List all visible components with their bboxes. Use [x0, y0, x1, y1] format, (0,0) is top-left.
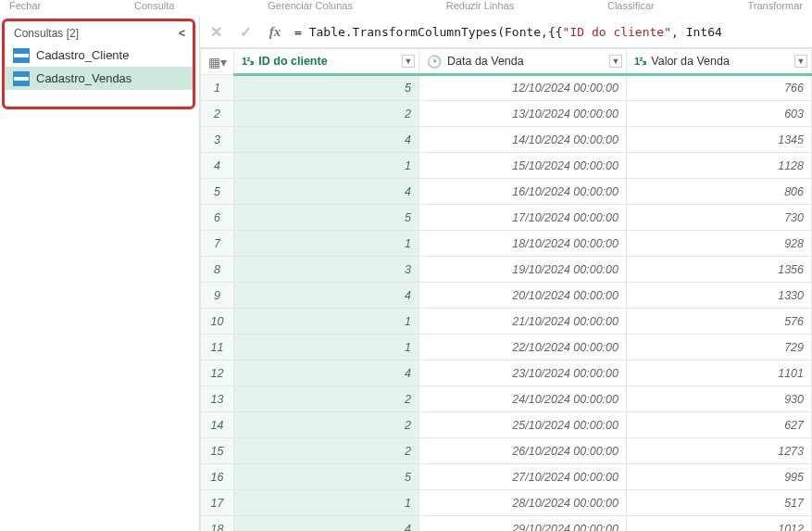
row-number-cell[interactable]: 17 — [201, 490, 234, 516]
id-cell[interactable]: 1 — [234, 231, 419, 257]
row-number-cell[interactable]: 18 — [201, 516, 234, 532]
table-row[interactable]: 5416/10/2024 00:00:00806 — [201, 179, 812, 205]
date-cell[interactable]: 27/10/2024 00:00:00 — [419, 464, 627, 490]
valor-cell[interactable]: 517 — [627, 490, 812, 516]
table-row[interactable]: 10121/10/2024 00:00:00576 — [201, 309, 812, 335]
table-row[interactable]: 1512/10/2024 00:00:00766 — [201, 75, 812, 101]
row-number-cell[interactable]: 7 — [201, 231, 234, 257]
date-cell[interactable]: 16/10/2024 00:00:00 — [419, 179, 627, 205]
id-cell[interactable]: 3 — [234, 257, 419, 283]
table-row[interactable]: 15226/10/2024 00:00:001273 — [201, 438, 812, 464]
id-cell[interactable]: 4 — [234, 127, 419, 153]
id-cell[interactable]: 2 — [234, 412, 419, 438]
formula-input[interactable]: = Table.TransformColumnTypes(Fonte,{{"ID… — [294, 25, 722, 39]
column-filter-dropdown[interactable]: ▼ — [609, 55, 622, 68]
table-row[interactable]: 18429/10/2024 00:00:001012 — [201, 516, 812, 532]
valor-cell[interactable]: 1273 — [627, 438, 812, 464]
date-cell[interactable]: 28/10/2024 00:00:00 — [419, 490, 627, 516]
row-number-cell[interactable]: 3 — [201, 127, 234, 153]
valor-cell[interactable]: 766 — [627, 75, 812, 101]
valor-cell[interactable]: 729 — [627, 335, 812, 360]
confirm-formula-button[interactable]: ✓ — [235, 22, 256, 43]
row-number-cell[interactable]: 11 — [201, 335, 234, 360]
cancel-formula-button[interactable]: ✕ — [206, 22, 226, 43]
table-row[interactable]: 4115/10/2024 00:00:001128 — [201, 153, 812, 179]
id-cell[interactable]: 2 — [234, 386, 419, 412]
date-cell[interactable]: 29/10/2024 00:00:00 — [419, 516, 627, 532]
date-cell[interactable]: 21/10/2024 00:00:00 — [419, 309, 627, 335]
column-header-id[interactable]: 1²₃ ID do cliente ▼ — [234, 49, 419, 75]
valor-cell[interactable]: 1356 — [627, 257, 812, 283]
query-item-cadastro-cliente[interactable]: Cadastro_Cliente — [5, 44, 193, 67]
id-cell[interactable]: 2 — [234, 101, 419, 127]
date-cell[interactable]: 25/10/2024 00:00:00 — [419, 412, 627, 438]
id-cell[interactable]: 1 — [234, 335, 419, 360]
valor-cell[interactable]: 1128 — [627, 153, 812, 179]
row-number-cell[interactable]: 14 — [201, 412, 234, 438]
table-row[interactable]: 17128/10/2024 00:00:00517 — [201, 490, 812, 516]
table-row[interactable]: 9420/10/2024 00:00:001330 — [201, 283, 812, 309]
query-item-cadastro-vendas[interactable]: Cadastro_Vendas — [5, 67, 193, 90]
date-cell[interactable]: 26/10/2024 00:00:00 — [419, 438, 627, 464]
valor-cell[interactable]: 576 — [627, 309, 812, 335]
id-cell[interactable]: 1 — [234, 153, 419, 179]
row-number-cell[interactable]: 8 — [201, 257, 234, 283]
fx-icon[interactable]: fx — [265, 22, 285, 43]
valor-cell[interactable]: 1101 — [627, 360, 812, 386]
valor-cell[interactable]: 627 — [627, 412, 812, 438]
valor-cell[interactable]: 603 — [627, 101, 812, 127]
id-cell[interactable]: 4 — [234, 179, 419, 205]
table-row[interactable]: 7118/10/2024 00:00:00928 — [201, 231, 812, 257]
id-cell[interactable]: 4 — [234, 360, 419, 386]
date-cell[interactable]: 24/10/2024 00:00:00 — [419, 386, 627, 412]
table-row[interactable]: 12423/10/2024 00:00:001101 — [201, 360, 812, 386]
row-number-cell[interactable]: 2 — [201, 101, 234, 127]
valor-cell[interactable]: 995 — [627, 464, 812, 490]
row-number-cell[interactable]: 16 — [201, 464, 234, 490]
date-cell[interactable]: 13/10/2024 00:00:00 — [419, 101, 627, 127]
valor-cell[interactable]: 1345 — [627, 127, 812, 153]
valor-cell[interactable]: 730 — [627, 205, 812, 231]
row-number-cell[interactable]: 12 — [201, 360, 234, 386]
id-cell[interactable]: 1 — [234, 309, 419, 335]
date-cell[interactable]: 12/10/2024 00:00:00 — [419, 75, 627, 101]
select-all-cell[interactable]: ▦▾ — [201, 49, 234, 75]
date-cell[interactable]: 22/10/2024 00:00:00 — [419, 335, 627, 360]
column-filter-dropdown[interactable]: ▼ — [402, 55, 415, 68]
valor-cell[interactable]: 1012 — [627, 516, 812, 532]
date-cell[interactable]: 17/10/2024 00:00:00 — [419, 205, 627, 231]
date-cell[interactable]: 14/10/2024 00:00:00 — [419, 127, 627, 153]
table-row[interactable]: 8319/10/2024 00:00:001356 — [201, 257, 812, 283]
id-cell[interactable]: 4 — [234, 516, 419, 532]
date-cell[interactable]: 20/10/2024 00:00:00 — [419, 283, 627, 309]
id-cell[interactable]: 2 — [234, 438, 419, 464]
date-cell[interactable]: 23/10/2024 00:00:00 — [419, 360, 627, 386]
table-row[interactable]: 16527/10/2024 00:00:00995 — [201, 464, 812, 490]
row-number-cell[interactable]: 13 — [201, 386, 234, 412]
table-row[interactable]: 11122/10/2024 00:00:00729 — [201, 335, 812, 360]
date-cell[interactable]: 18/10/2024 00:00:00 — [419, 231, 627, 257]
table-row[interactable]: 13224/10/2024 00:00:00930 — [201, 386, 812, 412]
row-number-cell[interactable]: 15 — [201, 438, 234, 464]
valor-cell[interactable]: 930 — [627, 386, 812, 412]
id-cell[interactable]: 5 — [234, 464, 419, 490]
valor-cell[interactable]: 1330 — [627, 283, 812, 309]
row-number-cell[interactable]: 10 — [201, 309, 234, 335]
row-number-cell[interactable]: 6 — [201, 205, 234, 231]
row-number-cell[interactable]: 1 — [201, 75, 234, 101]
table-row[interactable]: 14225/10/2024 00:00:00627 — [201, 412, 812, 438]
row-number-cell[interactable]: 5 — [201, 179, 234, 205]
row-number-cell[interactable]: 4 — [201, 153, 234, 179]
table-row[interactable]: 3414/10/2024 00:00:001345 — [201, 127, 812, 153]
date-cell[interactable]: 19/10/2024 00:00:00 — [419, 257, 627, 283]
row-number-cell[interactable]: 9 — [201, 283, 234, 309]
valor-cell[interactable]: 928 — [627, 231, 812, 257]
date-cell[interactable]: 15/10/2024 00:00:00 — [419, 153, 627, 179]
id-cell[interactable]: 4 — [234, 283, 419, 309]
id-cell[interactable]: 5 — [234, 205, 419, 231]
collapse-queries-icon[interactable]: < — [179, 27, 185, 40]
table-row[interactable]: 6517/10/2024 00:00:00730 — [201, 205, 812, 231]
id-cell[interactable]: 1 — [234, 490, 419, 516]
id-cell[interactable]: 5 — [234, 75, 419, 101]
column-header-date[interactable]: 🕑 Data da Venda ▼ — [419, 49, 627, 75]
